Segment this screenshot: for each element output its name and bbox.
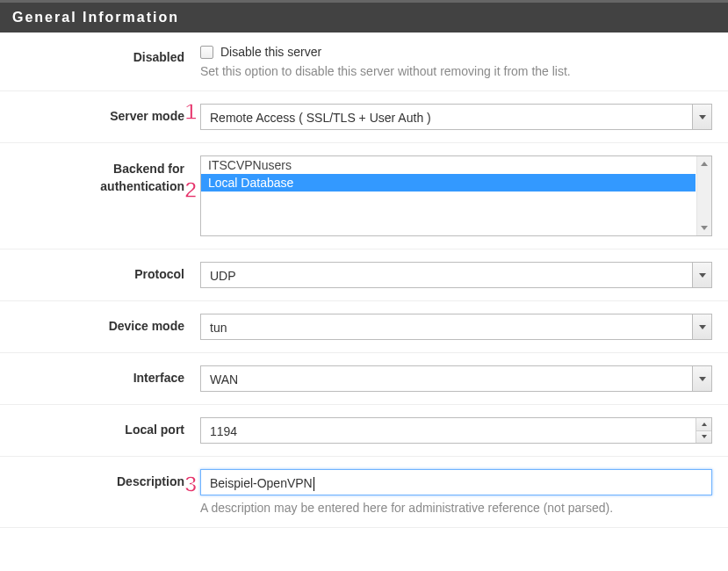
backend-auth-option-itscvpnusers[interactable]: ITSCVPNusers bbox=[201, 156, 696, 174]
description-input-value: Beispiel-OpenVPN bbox=[210, 476, 313, 490]
row-disabled: Disabled Disable this server Set this op… bbox=[0, 33, 728, 91]
protocol-select-value: UDP bbox=[200, 262, 712, 288]
label-disabled: Disabled bbox=[0, 45, 200, 64]
label-server-mode: Server mode bbox=[0, 104, 200, 123]
label-interface: Interface bbox=[0, 365, 200, 385]
server-mode-dropdown-button[interactable] bbox=[692, 105, 711, 129]
scroll-down-button[interactable] bbox=[697, 220, 711, 235]
ctrl-device-mode: tun bbox=[200, 314, 728, 340]
server-mode-select[interactable]: Remote Access ( SSL/TLS + User Auth ) bbox=[200, 104, 712, 130]
chevron-down-icon bbox=[699, 377, 706, 381]
description-help: A description may be entered here for ad… bbox=[200, 501, 712, 515]
description-input[interactable]: Beispiel-OpenVPN bbox=[200, 469, 712, 495]
chevron-down-icon bbox=[699, 115, 706, 119]
annotation-1: 1 bbox=[184, 100, 197, 123]
annotation-3: 3 bbox=[184, 473, 197, 495]
device-mode-dropdown-button[interactable] bbox=[692, 314, 711, 339]
ctrl-backend-auth: 2 ITSCVPNusers Local Database bbox=[200, 155, 728, 236]
chevron-down-icon bbox=[701, 226, 708, 230]
ctrl-server-mode: 1 Remote Access ( SSL/TLS + User Auth ) bbox=[200, 104, 728, 130]
section-title: General Information bbox=[12, 10, 179, 25]
ctrl-disabled: Disable this server Set this option to d… bbox=[200, 45, 728, 78]
disable-server-checkbox-label: Disable this server bbox=[220, 45, 321, 59]
device-mode-select[interactable]: tun bbox=[200, 314, 712, 340]
row-device-mode: Device mode tun bbox=[0, 301, 728, 353]
label-backend-auth-l2: authentication bbox=[100, 179, 184, 193]
label-description: Description bbox=[0, 469, 200, 488]
row-server-mode: Server mode 1 Remote Access ( SSL/TLS + … bbox=[0, 91, 728, 143]
local-port-step-up[interactable] bbox=[696, 418, 711, 431]
chevron-up-icon bbox=[702, 423, 707, 426]
label-local-port: Local port bbox=[0, 417, 200, 437]
interface-dropdown-button[interactable] bbox=[692, 366, 711, 391]
local-port-input[interactable]: 1194 bbox=[200, 417, 712, 444]
chevron-down-icon bbox=[702, 435, 707, 438]
annotation-2: 2 bbox=[184, 178, 197, 201]
local-port-step-down[interactable] bbox=[696, 431, 711, 444]
ctrl-description: 3 Beispiel-OpenVPN A description may be … bbox=[200, 469, 728, 515]
backend-auth-listbox[interactable]: ITSCVPNusers Local Database bbox=[200, 155, 712, 236]
section-header: General Information bbox=[0, 0, 728, 33]
interface-select[interactable]: WAN bbox=[200, 365, 712, 392]
backend-auth-option-local-database[interactable]: Local Database bbox=[201, 174, 696, 192]
disabled-checkbox-line[interactable]: Disable this server bbox=[200, 45, 712, 59]
device-mode-select-value: tun bbox=[200, 314, 712, 340]
protocol-select[interactable]: UDP bbox=[200, 262, 712, 288]
label-protocol: Protocol bbox=[0, 262, 200, 281]
local-port-spinner[interactable] bbox=[696, 418, 711, 443]
row-backend-auth: Backend for authentication 2 ITSCVPNuser… bbox=[0, 143, 728, 249]
label-backend-auth: Backend for authentication bbox=[0, 155, 200, 195]
row-protocol: Protocol UDP bbox=[0, 249, 728, 301]
chevron-up-icon bbox=[701, 162, 708, 166]
ctrl-local-port: 1194 bbox=[200, 417, 728, 444]
disabled-help: Set this option to disable this server w… bbox=[200, 64, 712, 78]
interface-select-value: WAN bbox=[200, 365, 712, 392]
text-cursor-icon bbox=[314, 477, 314, 491]
server-mode-select-value: Remote Access ( SSL/TLS + User Auth ) bbox=[200, 104, 712, 130]
label-backend-auth-l1: Backend for bbox=[113, 162, 184, 176]
protocol-dropdown-button[interactable] bbox=[692, 263, 711, 287]
row-local-port: Local port 1194 bbox=[0, 405, 728, 457]
chevron-down-icon bbox=[699, 273, 706, 278]
row-interface: Interface WAN bbox=[0, 353, 728, 405]
local-port-input-wrap: 1194 bbox=[200, 417, 712, 444]
ctrl-interface: WAN bbox=[200, 365, 728, 392]
chevron-down-icon bbox=[699, 325, 706, 329]
label-device-mode: Device mode bbox=[0, 314, 200, 333]
disable-server-checkbox[interactable] bbox=[200, 46, 213, 59]
listbox-scrollbar[interactable] bbox=[696, 156, 711, 235]
row-description: Description 3 Beispiel-OpenVPN A descrip… bbox=[0, 457, 728, 528]
scroll-up-button[interactable] bbox=[697, 156, 711, 171]
ctrl-protocol: UDP bbox=[200, 262, 728, 288]
